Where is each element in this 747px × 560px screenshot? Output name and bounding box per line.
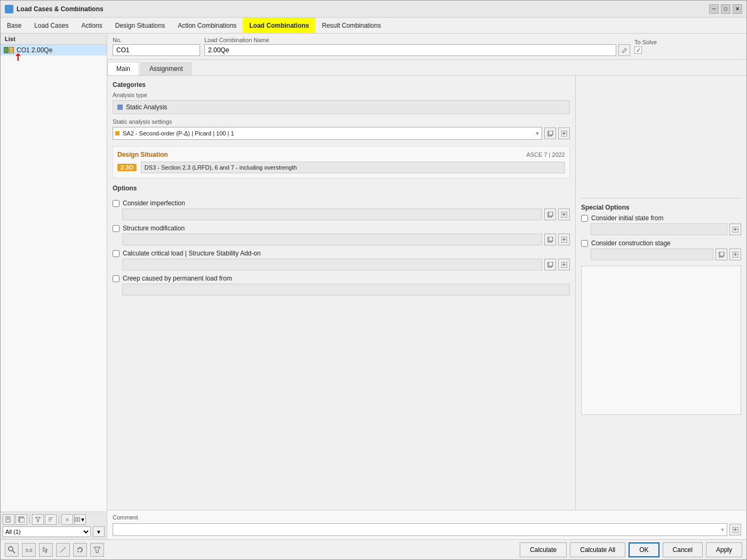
apply-button[interactable]: Apply	[706, 542, 742, 557]
static-settings-label: Static analysis settings	[113, 118, 570, 125]
green-box-icon	[4, 47, 9, 53]
ok-button[interactable]: OK	[629, 542, 659, 557]
rotate-tool-button[interactable]	[73, 543, 87, 557]
tab-assignment[interactable]: Assignment	[140, 62, 192, 75]
menu-action-combinations[interactable]: Action Combinations	[171, 18, 243, 33]
to-solve-label: To Solve	[634, 39, 741, 45]
construction-stage-checkbox[interactable]	[581, 240, 588, 247]
construction-stage-edit-btn[interactable]	[729, 249, 741, 260]
design-situation-section: Design Situation ASCE 7 | 2022 2.3O DS3 …	[113, 146, 570, 178]
static-settings-row: SA2 - Second-order (P-Δ) | Picard | 100 …	[113, 127, 570, 140]
maximize-button[interactable]: □	[721, 4, 730, 14]
dropdown-indicator-icon	[115, 131, 120, 135]
initial-state-checkbox[interactable]	[581, 215, 588, 222]
name-edit-button[interactable]	[618, 44, 630, 56]
close-button[interactable]: ✕	[733, 4, 742, 14]
to-solve-checkbox[interactable]	[634, 46, 642, 54]
ds-badge: 2.3O	[117, 164, 137, 171]
no-section: No.	[113, 37, 200, 56]
design-situation-label: Design Situation	[117, 151, 168, 158]
svg-rect-36	[720, 252, 724, 256]
critical-load-checkbox[interactable]	[113, 250, 120, 257]
imperfection-field	[122, 209, 542, 220]
imperfection-checkbox[interactable]	[113, 200, 120, 207]
tab-main[interactable]: Main	[107, 62, 139, 75]
ds-header: Design Situation ASCE 7 | 2022	[117, 151, 565, 158]
initial-state-label: Consider initial state from	[591, 214, 663, 222]
imperfection-edit-btn[interactable]	[558, 209, 570, 220]
static-settings-value: SA2 - Second-order (P-Δ) | Picard | 100 …	[123, 130, 535, 137]
structure-mod-copy-btn[interactable]	[544, 234, 556, 245]
critical-load-copy-btn[interactable]	[544, 259, 556, 270]
critical-load-field	[122, 259, 542, 270]
minimize-button[interactable]: ─	[709, 4, 719, 14]
filter-button[interactable]	[32, 514, 44, 525]
delete-button[interactable]: ✕	[61, 514, 73, 525]
content-panel: No. Load Combination Name To Solve	[107, 34, 746, 539]
categories-section: Categories Analysis type Static Analysis…	[113, 81, 570, 140]
critical-load-edit-btn[interactable]	[558, 259, 570, 270]
title-bar-left: Load Cases & Combinations	[5, 5, 104, 13]
comment-field-container: ▼	[113, 523, 727, 536]
filter-expand-button[interactable]: ▼	[93, 526, 105, 537]
comment-input[interactable]	[115, 526, 720, 533]
creep-checkbox[interactable]	[113, 275, 120, 282]
comment-row: ▼	[113, 523, 741, 536]
coordinates-tool-button[interactable]: 0.00	[22, 543, 36, 557]
no-input[interactable]	[113, 44, 200, 56]
select-tool-button[interactable]	[39, 543, 53, 557]
options-title: Options	[113, 185, 570, 192]
name-input[interactable]	[204, 44, 616, 56]
sort-button[interactable]	[45, 514, 57, 525]
critical-load-field-row	[122, 259, 570, 270]
svg-rect-28	[549, 262, 553, 266]
calculate-all-button[interactable]: Calculate All	[570, 542, 625, 557]
cancel-button[interactable]: Cancel	[663, 542, 703, 557]
options-section: Options Consider imperfection	[113, 185, 570, 295]
construction-stage-label: Consider construction stage	[591, 239, 671, 247]
name-label: Load Combination Name	[204, 37, 630, 43]
no-label: No.	[113, 37, 200, 43]
creep-label: Creep caused by permanent load from	[123, 275, 232, 282]
analysis-indicator-icon	[117, 105, 123, 110]
svg-rect-18	[549, 212, 553, 216]
menu-base[interactable]: Base	[1, 18, 28, 33]
static-settings-dropdown[interactable]: SA2 - Second-order (P-Δ) | Picard | 100 …	[113, 127, 542, 140]
option-imperfection: Consider imperfection	[113, 199, 570, 220]
item-label: CO1 2.00Qe	[17, 46, 52, 54]
structure-mod-label: Structure modification	[123, 225, 185, 232]
item-icon: 6-O	[4, 46, 14, 54]
imperfection-copy-btn[interactable]	[544, 209, 556, 220]
new-item-button[interactable]	[3, 514, 14, 525]
filter-tool-button[interactable]	[90, 543, 104, 557]
title-controls[interactable]: ─ □ ✕	[709, 4, 742, 14]
construction-stage-copy-btn[interactable]	[716, 249, 727, 260]
app-icon	[5, 5, 13, 13]
menu-load-cases[interactable]: Load Cases	[28, 18, 75, 33]
sidebar-filter: All (1) ▼	[3, 526, 105, 537]
calculate-button[interactable]: Calculate	[520, 542, 567, 557]
comment-dropdown-arrow[interactable]: ▼	[720, 527, 725, 532]
filter-select[interactable]: All (1)	[3, 526, 91, 537]
structure-mod-edit-btn[interactable]	[558, 234, 570, 245]
option-critical-load: Calculate critical load | Structure Stab…	[113, 250, 570, 270]
link-tool-button[interactable]	[56, 543, 70, 557]
menu-design-situations[interactable]: Design Situations	[109, 18, 171, 33]
initial-state-edit-btn[interactable]	[729, 223, 741, 235]
list-item[interactable]: 6-O CO1 2.00Qe ↗	[1, 45, 107, 55]
save-item-button[interactable]	[15, 514, 27, 525]
menu-result-combinations[interactable]: Result Combinations	[315, 18, 387, 33]
search-tool-button[interactable]	[5, 543, 19, 557]
view-options-button[interactable]: ▼	[74, 514, 86, 525]
settings-copy-button[interactable]	[544, 127, 556, 139]
menu-load-combinations[interactable]: Load Combinations	[243, 18, 315, 33]
sidebar-footer: ✕ ▼ All (1) ▼	[1, 511, 107, 539]
svg-line-47	[62, 549, 64, 551]
settings-edit-button[interactable]	[558, 127, 570, 139]
analysis-type-display: Static Analysis	[113, 100, 570, 114]
svg-rect-9	[75, 518, 77, 522]
comment-edit-btn[interactable]	[729, 524, 741, 535]
menu-actions[interactable]: Actions	[75, 18, 108, 33]
structure-mod-checkbox[interactable]	[113, 225, 120, 232]
option-row: Structure modification	[113, 225, 570, 232]
